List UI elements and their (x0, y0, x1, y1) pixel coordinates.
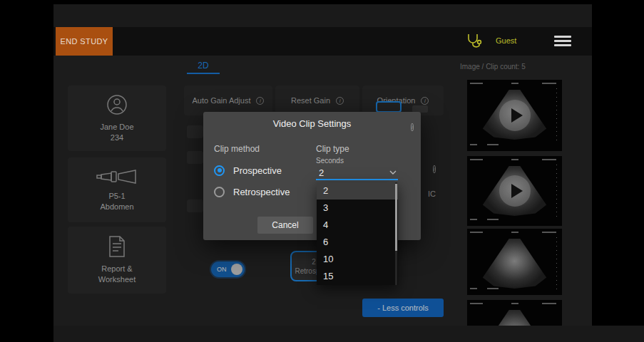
info-icon[interactable]: i (411, 119, 414, 132)
clip-type-label: Clip type (316, 144, 349, 154)
bottom-strip (53, 326, 644, 342)
seconds-label: Seconds (316, 157, 344, 165)
retrospective-label: Retrospective (233, 187, 290, 197)
dropdown-option-3[interactable]: 3 (317, 200, 398, 217)
dropdown-option-10[interactable]: 10 (317, 251, 398, 268)
dropdown-option-2[interactable]: 2 (317, 182, 398, 200)
stethoscope-icon (465, 32, 484, 53)
end-study-button[interactable]: END STUDY (56, 27, 113, 56)
menu-icon[interactable] (554, 36, 571, 47)
prospective-label: Prospective (233, 165, 282, 176)
seconds-select[interactable]: 2 (316, 166, 398, 180)
right-letterbox (592, 0, 644, 326)
seconds-dropdown-list: 2 3 4 6 10 15 (317, 182, 398, 285)
radio-unselected-icon (214, 187, 225, 197)
app-window: END STUDY Guest 2D Image / Clip count: 5… (0, 0, 644, 342)
cancel-button[interactable]: Cancel (257, 217, 313, 234)
dropdown-option-4[interactable]: 4 (317, 217, 398, 234)
seconds-selected-value: 2 (319, 167, 324, 178)
chevron-down-icon (389, 170, 397, 175)
clip-method-label: Clip method (214, 144, 260, 154)
radio-prospective[interactable]: Prospective (214, 165, 282, 176)
dropdown-option-15[interactable]: 15 (317, 268, 398, 285)
scrollbar-thumb[interactable] (395, 184, 397, 251)
radio-selected-icon (214, 165, 225, 176)
radio-retrospective[interactable]: Retrospective (214, 186, 290, 197)
user-label[interactable]: Guest (496, 36, 516, 45)
top-strip (53, 4, 592, 27)
dialog-title: Video Clip Settings (203, 118, 421, 129)
dropdown-option-6[interactable]: 6 (317, 234, 398, 251)
